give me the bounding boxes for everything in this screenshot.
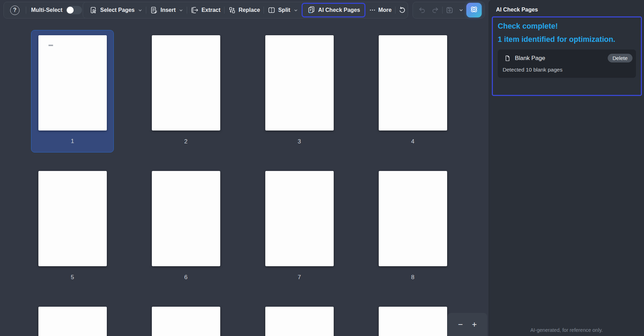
- extract-button[interactable]: Extract: [187, 4, 224, 16]
- select-pages-label: Select Pages: [100, 7, 135, 13]
- delete-button[interactable]: Delete: [608, 54, 632, 62]
- replace-button[interactable]: Replace: [224, 4, 264, 16]
- zoom-in-button[interactable]: +: [472, 320, 477, 329]
- page-thumbnail-grid: 12345678: [31, 30, 454, 336]
- page-thumbnail[interactable]: [38, 307, 107, 336]
- toolbar-divider: [442, 7, 443, 14]
- split-label: Split: [278, 7, 290, 13]
- page-cell[interactable]: 1: [31, 30, 114, 152]
- page-cell[interactable]: 7: [258, 166, 341, 288]
- page-number: 8: [411, 266, 414, 288]
- split-page-icon: [267, 6, 276, 14]
- page-thumbnail[interactable]: [152, 35, 220, 130]
- page-thumbnail[interactable]: [379, 171, 447, 266]
- toolbar-group-multiselect: ? Multi-Select: [3, 2, 88, 18]
- page-thumbnail[interactable]: [265, 307, 334, 336]
- help-icon[interactable]: ?: [10, 6, 20, 15]
- ai-swirl-icon: [469, 4, 479, 16]
- page-number: 4: [411, 130, 414, 152]
- page-cell[interactable]: [31, 301, 114, 336]
- blank-page-result-card: Blank Page Delete Detected 10 blank page…: [498, 50, 636, 78]
- page-thumbnail[interactable]: [38, 171, 107, 266]
- page-cell[interactable]: 3: [258, 30, 341, 152]
- insert-button[interactable]: Insert: [146, 4, 187, 16]
- select-pages-button[interactable]: Select Pages: [86, 4, 146, 16]
- page-number: 7: [298, 266, 301, 288]
- toolbar-group-file: [413, 2, 485, 18]
- ai-check-result-box: Check complete! 1 item identified for op…: [492, 16, 642, 96]
- replace-label: Replace: [239, 7, 260, 13]
- zoom-out-button[interactable]: −: [458, 320, 463, 329]
- ai-disclaimer: AI-generated, for reference only.: [489, 327, 644, 333]
- page-number: 5: [71, 266, 74, 288]
- cursor-page-icon: [89, 6, 98, 14]
- page-cell[interactable]: 2: [145, 30, 227, 152]
- insert-page-icon: [150, 6, 158, 14]
- check-complete-heading: Check complete!: [498, 22, 636, 31]
- page-cell[interactable]: 5: [31, 166, 114, 288]
- toolbar-divider: [26, 7, 26, 14]
- page-thumbnail[interactable]: [265, 35, 334, 130]
- page-thumbnail[interactable]: [152, 307, 220, 336]
- page-cell[interactable]: 8: [371, 166, 454, 288]
- save-icon[interactable]: [443, 4, 456, 16]
- page-number: 6: [184, 266, 187, 288]
- more-label: More: [378, 7, 392, 13]
- toolbar-group-actions: Select Pages Insert: [83, 2, 408, 18]
- ai-check-pages-panel: AI Check Pages Check complete! 1 item id…: [489, 0, 644, 336]
- result-item-description: Detected 10 blank pages: [501, 67, 632, 73]
- ai-check-pages-button[interactable]: AI Check Pages: [302, 3, 365, 17]
- page-thumbnail[interactable]: [379, 307, 447, 336]
- ellipsis-icon: [369, 7, 376, 14]
- rotate-left-icon[interactable]: [395, 3, 409, 17]
- page-thumbnail[interactable]: [265, 171, 334, 266]
- page-thumbnail[interactable]: [379, 35, 447, 130]
- multi-select-label: Multi-Select: [31, 7, 62, 13]
- undo-icon[interactable]: [416, 4, 428, 16]
- redo-icon[interactable]: [429, 4, 442, 16]
- page-cell[interactable]: 4: [371, 30, 454, 152]
- multi-select-toggle[interactable]: [66, 6, 82, 14]
- chevron-down-icon: [138, 8, 142, 13]
- insert-label: Insert: [161, 7, 176, 13]
- page-number: 2: [184, 130, 187, 152]
- page-cell[interactable]: [371, 301, 454, 336]
- ai-check-pages-label: AI Check Pages: [318, 7, 360, 13]
- ai-pages-sparkle-icon: [307, 6, 316, 15]
- blank-page-icon: [504, 55, 511, 62]
- ai-assistant-button[interactable]: [466, 3, 482, 17]
- split-button[interactable]: Split: [264, 4, 302, 16]
- page-number: 3: [298, 130, 301, 152]
- page-number: 1: [71, 130, 74, 152]
- extract-label: Extract: [201, 7, 220, 13]
- page-thumbnail[interactable]: [38, 35, 107, 130]
- panel-title: AI Check Pages: [496, 7, 538, 13]
- replace-swap-icon: [228, 6, 236, 14]
- page-cell[interactable]: 6: [145, 166, 227, 288]
- page-thumbnail[interactable]: [152, 171, 220, 266]
- page-cell[interactable]: [258, 301, 341, 336]
- save-options-chevron-icon[interactable]: [457, 6, 466, 15]
- result-item-name: Blank Page: [515, 55, 608, 62]
- page-content-mark: [49, 45, 53, 46]
- result-row: Blank Page Delete: [501, 54, 632, 62]
- chevron-down-icon: [179, 8, 183, 13]
- toggle-knob: [67, 7, 74, 14]
- extract-page-icon: [191, 6, 199, 14]
- items-identified-heading: 1 item identified for optimization.: [498, 35, 636, 44]
- more-button[interactable]: More: [365, 5, 395, 16]
- zoom-bar: − +: [447, 313, 487, 336]
- pdf-organize-pages-app: ? Multi-Select Select Pages: [0, 0, 644, 336]
- page-cell[interactable]: [145, 301, 227, 336]
- chevron-down-icon: [294, 8, 298, 13]
